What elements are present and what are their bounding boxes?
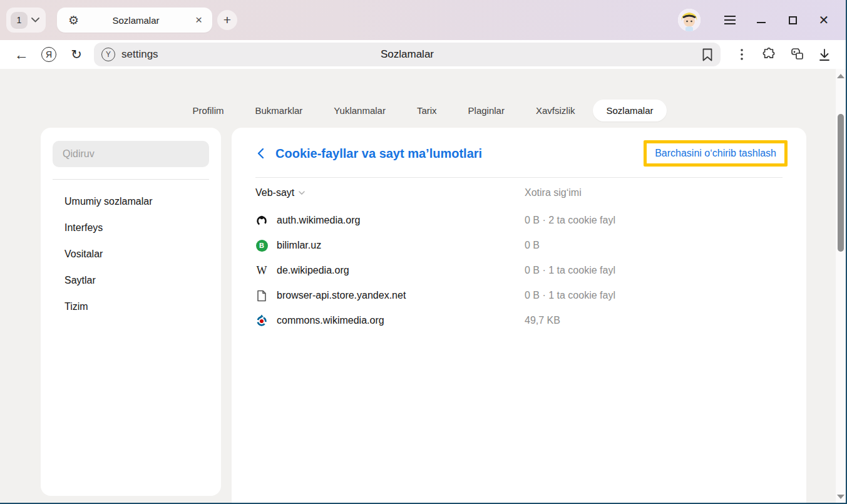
close-icon: ✕ <box>819 14 829 26</box>
tab-count: 1 <box>11 12 28 29</box>
nav-tab-sozlamalar[interactable]: Sozlamalar <box>593 100 666 121</box>
bilimlar-icon: B <box>255 239 268 252</box>
more-options-button[interactable] <box>728 43 756 66</box>
gear-icon: ⚙ <box>68 13 79 28</box>
site-domain: auth.wikimedia.org <box>277 215 360 226</box>
sort-chevron-icon <box>299 191 305 195</box>
downloads-button[interactable] <box>811 43 838 66</box>
tab-title: Sozlamalar <box>79 15 193 26</box>
extensions-button[interactable] <box>756 43 783 66</box>
reload-button[interactable]: ↻ <box>63 43 90 66</box>
scroll-up-icon[interactable] <box>837 74 844 78</box>
site-settings-icon: Y <box>101 48 115 61</box>
browser-menu-button[interactable] <box>714 6 746 34</box>
tab-counter-button[interactable]: 1 <box>6 8 46 33</box>
scroll-down-icon[interactable] <box>837 495 844 499</box>
site-size: 0 B · 1 ta cookie fayl <box>525 265 615 276</box>
key-icon <box>789 48 804 61</box>
back-arrow-icon: ← <box>14 46 29 63</box>
reload-icon: ↻ <box>71 47 82 62</box>
address-bar-page-title: Sozlamalar <box>94 48 721 61</box>
bookmark-icon[interactable] <box>702 48 713 61</box>
nav-tab-tarix[interactable]: Tarix <box>404 100 450 121</box>
nav-tab-yuklanmalar[interactable]: Yuklanmalar <box>321 100 399 121</box>
table-row[interactable]: browser-api.store.yandex.net 0 B · 1 ta … <box>255 283 783 308</box>
page-scrollbar[interactable] <box>836 69 846 504</box>
password-manager-button[interactable] <box>783 43 811 66</box>
table-row[interactable]: auth.wikimedia.org 0 B · 2 ta cookie fay… <box>255 208 783 233</box>
dots-vertical-icon <box>741 49 743 60</box>
minimize-button[interactable] <box>746 6 777 34</box>
chevron-down-icon <box>31 18 39 23</box>
site-domain: de.wikipedia.org <box>277 265 349 276</box>
site-size: 0 B · 1 ta cookie fayl <box>525 290 615 301</box>
table-row[interactable]: commons.wikimedia.org 49,7 KB <box>255 308 783 333</box>
site-size: 0 B · 2 ta cookie fayl <box>525 215 615 226</box>
tab-sozlamalar[interactable]: ⚙ Sozlamalar × <box>57 8 212 33</box>
back-button[interactable]: ← <box>8 43 35 66</box>
panel-header: Cookie-fayllar va sayt ma’lumotlari Barc… <box>232 128 806 167</box>
site-column-label: Veb-sayt <box>255 187 294 198</box>
maximize-icon <box>789 16 797 24</box>
table-row[interactable]: W de.wikipedia.org 0 B · 1 ta cookie fay… <box>255 258 783 283</box>
scrollbar-thumb[interactable] <box>838 114 844 252</box>
nav-tab-plaginlar[interactable]: Plaginlar <box>455 100 518 121</box>
sidebar-item-saytlar[interactable]: Saytlar <box>64 267 209 294</box>
table-row[interactable]: B bilimlar.uz 0 B <box>255 233 783 258</box>
wikimedia-icon <box>255 214 268 227</box>
highlight-box: Barchasini oʻchirib tashlash <box>644 140 788 167</box>
url-text: settings <box>121 48 158 61</box>
sidebar-items: Umumiy sozlamalar Interfeys Vositalar Sa… <box>53 180 209 320</box>
close-window-button[interactable]: ✕ <box>808 6 839 34</box>
toolbar: ← Я ↻ Y settings Sozlamalar <box>0 40 846 69</box>
content-cards: Umumiy sozlamalar Interfeys Vositalar Sa… <box>0 128 846 504</box>
nav-tab-profilim[interactable]: Profilim <box>179 100 237 121</box>
back-chevron-icon[interactable] <box>257 148 264 159</box>
site-data-table: Veb-sayt Xotira sigʻimi <box>232 178 806 333</box>
minimize-icon <box>757 22 766 23</box>
page-icon <box>255 289 268 302</box>
column-header-size: Xotira sigʻimi <box>525 187 582 198</box>
new-tab-button[interactable]: + <box>217 10 237 30</box>
site-domain: commons.wikimedia.org <box>277 315 384 326</box>
wikipedia-icon: W <box>255 264 268 277</box>
commons-icon <box>255 314 268 327</box>
sidebar-item-vositalar[interactable]: Vositalar <box>64 241 209 267</box>
delete-all-button[interactable]: Barchasini oʻchirib tashlash <box>655 148 776 158</box>
address-bar[interactable]: Y settings Sozlamalar <box>94 43 721 66</box>
hamburger-icon <box>724 16 736 24</box>
sidebar-item-umumiy-sozlamalar[interactable]: Umumiy sozlamalar <box>64 188 209 215</box>
sidebar-item-interfeys[interactable]: Interfeys <box>64 215 209 241</box>
puzzle-icon <box>762 48 776 61</box>
site-size: 49,7 KB <box>525 315 560 326</box>
settings-sidebar: Umumiy sozlamalar Interfeys Vositalar Sa… <box>41 128 221 496</box>
cookies-panel: Cookie-fayllar va sayt ma’lumotlari Barc… <box>232 128 806 504</box>
tab-strip: 1 ⚙ Sozlamalar × + <box>0 0 846 40</box>
download-icon <box>818 48 831 61</box>
settings-page: Profilim Bukmarklar Yuklanmalar Tarix Pl… <box>0 69 846 504</box>
page-title: Cookie-fayllar va sayt ma’lumotlari <box>275 147 482 161</box>
sidebar-item-tizim[interactable]: Tizim <box>64 294 209 320</box>
nav-tab-bukmarklar[interactable]: Bukmarklar <box>242 100 316 121</box>
maximize-button[interactable] <box>777 6 808 34</box>
settings-nav: Profilim Bukmarklar Yuklanmalar Tarix Pl… <box>0 69 846 128</box>
site-domain: browser-api.store.yandex.net <box>277 290 406 301</box>
site-size: 0 B <box>525 240 540 251</box>
yandex-logo-icon: Я <box>41 47 56 62</box>
browser-window: 1 ⚙ Sozlamalar × + <box>0 0 847 504</box>
yandex-home-button[interactable]: Я <box>35 43 63 66</box>
column-header-site[interactable]: Veb-sayt <box>255 187 525 198</box>
search-input[interactable] <box>53 141 209 167</box>
avatar[interactable] <box>678 9 701 31</box>
table-header: Veb-sayt Xotira sigʻimi <box>255 178 783 208</box>
tab-close-icon[interactable]: × <box>193 13 205 27</box>
site-domain: bilimlar.uz <box>277 240 321 251</box>
nav-tab-xavfsizlik[interactable]: Xavfsizlik <box>523 100 588 121</box>
